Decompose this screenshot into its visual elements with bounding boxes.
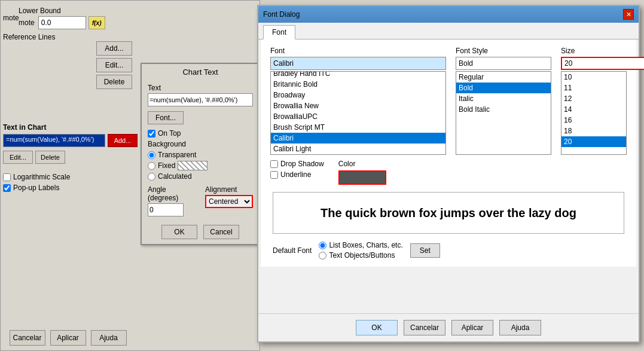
underline-checkbox[interactable] xyxy=(270,171,278,179)
fd-ok-button[interactable]: OK xyxy=(356,320,398,335)
calculated-radio[interactable] xyxy=(148,173,155,181)
style-list-item[interactable]: Bold Italic xyxy=(456,104,551,115)
mote-input-label: mote xyxy=(19,19,35,27)
font-list-item[interactable]: BrowalliaUPC xyxy=(271,111,445,122)
default-font-section: Default Font List Boxes, Charts, etc. Te… xyxy=(273,241,624,260)
style-list-item[interactable]: Bold xyxy=(456,83,551,93)
popup-labels-checkbox[interactable] xyxy=(3,184,11,192)
font-list-item[interactable]: Britannic Bold xyxy=(271,79,445,90)
transparent-label: Transparent xyxy=(158,151,196,159)
style-input[interactable] xyxy=(456,57,551,70)
font-col: Font Book AntiquaBookman Old StyleBooksh… xyxy=(270,47,446,155)
fx-button[interactable]: f(x) xyxy=(88,16,105,29)
radio-text-objects[interactable] xyxy=(319,252,326,260)
fd-aplicar-button[interactable]: Aplicar xyxy=(451,320,493,335)
text-in-chart-section: Text in Chart =num(sum(Value), '#.##0,0%… xyxy=(3,123,138,194)
preview-text: The quick brown fox jumps over the lazy … xyxy=(321,206,576,220)
fixed-label: Fixed xyxy=(158,161,175,170)
calculated-label: Calculated xyxy=(158,172,192,181)
delete-ref-button[interactable]: Delete xyxy=(96,75,132,89)
font-dialog-close-button[interactable]: ✕ xyxy=(623,9,634,20)
set-button[interactable]: Set xyxy=(410,243,440,258)
size-list-item[interactable]: 12 xyxy=(561,93,626,104)
delete-text-button[interactable]: Delete xyxy=(35,151,65,164)
radio-list-boxes-label: List Boxes, Charts, etc. xyxy=(329,241,402,249)
size-list-item[interactable]: 14 xyxy=(561,104,626,115)
font-list-item[interactable]: Calibri xyxy=(271,133,445,144)
alignment-dropdown[interactable]: Centered Left Right xyxy=(205,195,253,208)
font-input[interactable] xyxy=(270,57,446,70)
font-list-item[interactable]: Brush Script MT xyxy=(271,122,445,133)
chart-text-title: Chart Text xyxy=(142,64,259,80)
fd-cancelar-button[interactable]: Cancelar xyxy=(404,320,445,335)
size-list-item[interactable]: 18 xyxy=(561,126,626,136)
lower-bound-label: Lower Bound xyxy=(19,7,105,15)
size-col-label: Size xyxy=(561,47,627,55)
logarithmic-checkbox[interactable] xyxy=(3,173,11,181)
bottom-buttons-group: Cancelar Aplicar Ajuda xyxy=(1,330,135,346)
background-label: Background xyxy=(148,140,253,148)
popup-labels-label: Pop-up Labels xyxy=(13,184,59,192)
size-input[interactable] xyxy=(561,57,644,70)
transparent-radio[interactable] xyxy=(148,151,155,159)
on-top-checkbox[interactable] xyxy=(148,130,155,138)
font-list[interactable]: Book AntiquaBookman Old StyleBookshelf S… xyxy=(270,71,446,155)
font-list-item[interactable]: Calibri Light xyxy=(271,144,445,154)
add-text-button[interactable]: Add... xyxy=(108,134,138,147)
style-col-label: Font Style xyxy=(456,47,551,55)
reference-lines-section: Reference Lines xyxy=(3,33,55,41)
angle-input[interactable] xyxy=(148,203,184,216)
ct-cancel-button[interactable]: Cancel xyxy=(203,225,239,239)
fixed-radio[interactable] xyxy=(148,162,155,170)
font-dialog-body: Font Book AntiquaBookman Old StyleBooksh… xyxy=(261,39,636,267)
hatch-pattern xyxy=(178,161,207,170)
underline-label: Underline xyxy=(280,170,311,179)
edit-text-button[interactable]: Edit... xyxy=(3,151,33,164)
size-col: Size ▼ 10111214161820 xyxy=(561,47,627,155)
ct-text-label: Text xyxy=(148,84,253,92)
ct-font-button[interactable]: Font... xyxy=(148,111,184,124)
radio-list-boxes[interactable] xyxy=(319,242,326,249)
size-list-item[interactable]: 16 xyxy=(561,115,626,126)
on-top-label: On Top xyxy=(158,129,181,138)
color-label: Color xyxy=(338,160,386,168)
color-picker[interactable] xyxy=(338,170,386,185)
style-list-item[interactable]: Regular xyxy=(456,72,551,83)
right-buttons-group: Add... Edit... Delete xyxy=(96,41,132,89)
ct-ok-button[interactable]: OK xyxy=(161,225,197,239)
size-list-item[interactable]: 20 xyxy=(561,136,626,147)
lower-bound-input[interactable] xyxy=(38,16,86,29)
size-list[interactable]: 10111214161820 xyxy=(561,71,627,155)
edit-ref-button[interactable]: Edit... xyxy=(96,58,132,72)
style-list[interactable]: RegularBoldItalicBold Italic xyxy=(456,71,551,155)
font-list-item[interactable]: Broadway xyxy=(271,90,445,100)
lower-bound-group: Lower Bound mote f(x) xyxy=(19,7,105,29)
default-font-radios: List Boxes, Charts, etc. Text Objects/Bu… xyxy=(319,241,402,260)
angle-label: Angle (degrees) xyxy=(148,185,196,202)
aplicar-button[interactable]: Aplicar xyxy=(50,330,86,346)
tab-font[interactable]: Font xyxy=(263,25,295,39)
radio-text-objects-label: Text Objects/Buttons xyxy=(329,251,395,260)
style-col: Font Style RegularBoldItalicBold Italic xyxy=(456,47,551,155)
font-dialog-titlebar: Font Dialog ✕ xyxy=(258,6,639,23)
chart-text-dialog: Chart Text Text Font... On Top Backgroun… xyxy=(141,63,260,245)
add-ref-button[interactable]: Add... xyxy=(96,41,132,56)
ajuda-button[interactable]: Ajuda xyxy=(91,330,127,346)
text-in-chart-label: Text in Chart xyxy=(3,123,138,132)
font-list-item[interactable]: Browallia New xyxy=(271,100,445,111)
font-dialog-title: Font Dialog xyxy=(263,10,300,19)
cancelar-button[interactable]: Cancelar xyxy=(10,330,45,346)
font-list-item[interactable]: Bradley Hand ITC xyxy=(271,71,445,79)
drop-shadow-checkbox[interactable] xyxy=(270,160,278,168)
fd-ajuda-button[interactable]: Ajuda xyxy=(499,320,541,335)
ct-text-input[interactable] xyxy=(148,93,253,106)
font-preview: The quick brown fox jumps over the lazy … xyxy=(273,192,624,234)
font-color-col: Color xyxy=(338,160,386,185)
style-list-item[interactable]: Italic xyxy=(456,93,551,104)
size-list-item[interactable]: 11 xyxy=(561,83,626,93)
reference-lines-label: Reference Lines xyxy=(3,33,55,41)
font-dialog: Font Dialog ✕ Font Font Book AntiquaBook… xyxy=(257,5,640,343)
size-list-item[interactable]: 10 xyxy=(561,72,626,83)
font-col-label: Font xyxy=(270,47,446,55)
logarithmic-label: Logarithmic Scale xyxy=(13,173,70,181)
